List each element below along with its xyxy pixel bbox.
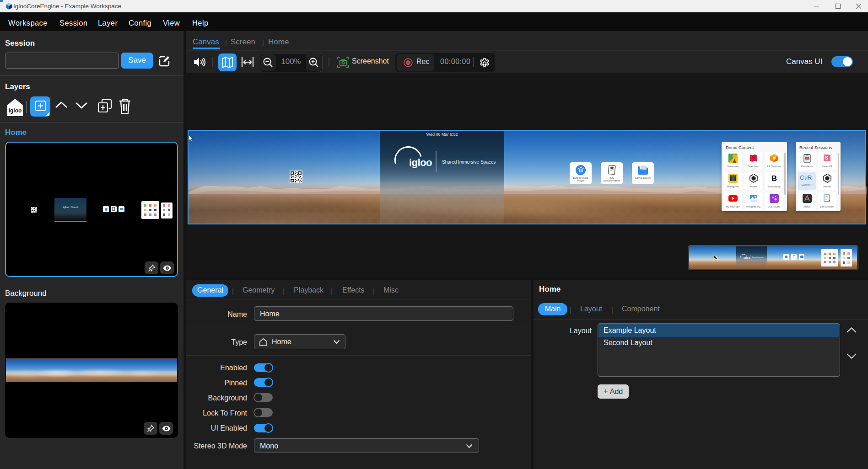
svg-text:B: B [771, 174, 776, 183]
svg-text:igloo: igloo [9, 107, 22, 114]
svg-text:CvR: CvR [800, 174, 812, 181]
svg-text:Shared Immersive: Shared Immersive [752, 256, 764, 258]
svg-text:igloo: igloo [744, 256, 750, 259]
svg-text:Shared Immersive Spaces: Shared Immersive Spaces [442, 160, 496, 165]
svg-text:S: S [825, 155, 828, 160]
svg-text:igloo: igloo [409, 157, 432, 168]
